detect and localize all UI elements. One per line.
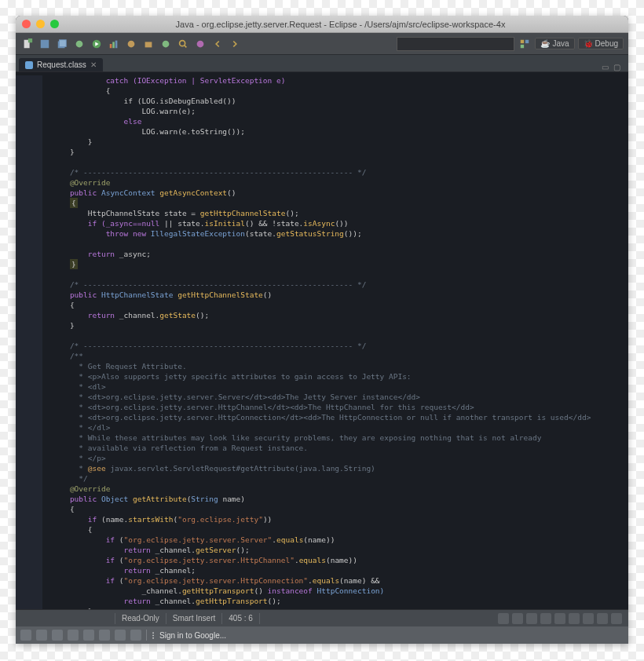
svg-rect-15	[521, 39, 524, 42]
tray-icon[interactable]	[99, 630, 110, 641]
svg-rect-1	[28, 38, 32, 42]
tray-icon[interactable]	[130, 630, 141, 641]
search-toolbar-icon[interactable]	[176, 37, 190, 51]
title-bar: Java - org.eclipse.jetty.server.Request …	[16, 16, 628, 33]
svg-rect-17	[521, 44, 524, 47]
debug-icon[interactable]	[72, 37, 86, 51]
view-icon[interactable]	[569, 613, 580, 624]
maximize-window-button[interactable]	[50, 20, 59, 28]
svg-point-5	[76, 40, 83, 47]
task-icon[interactable]	[193, 37, 207, 51]
svg-point-14	[197, 40, 204, 47]
svg-rect-8	[112, 42, 115, 48]
view-icon[interactable]	[554, 613, 565, 624]
code-editor[interactable]: catch (IOException | ServletException e)…	[16, 72, 628, 609]
view-icon[interactable]	[540, 613, 551, 624]
insert-mode-status: Smart Insert	[173, 614, 215, 623]
close-tab-icon[interactable]: ✕	[90, 60, 97, 69]
window-title: Java - org.eclipse.jetty.server.Request …	[59, 20, 622, 29]
type-icon[interactable]	[159, 37, 173, 51]
coverage-icon[interactable]	[107, 37, 121, 51]
save-all-icon[interactable]	[55, 37, 69, 51]
new-icon[interactable]	[20, 37, 35, 51]
svg-rect-11	[145, 42, 152, 47]
forward-icon[interactable]	[228, 37, 242, 51]
package-icon[interactable]	[141, 37, 156, 51]
debug-perspective-button[interactable]: 🐞Debug	[578, 38, 624, 49]
google-icon[interactable]: ⁝	[152, 630, 155, 641]
status-bar: Read-Only Smart Insert 405 : 6	[16, 609, 628, 626]
main-toolbar: ☕Java 🐞Debug	[16, 33, 628, 55]
file-tab-request[interactable]: Request.class ✕	[19, 58, 103, 71]
tray-icon[interactable]	[36, 630, 47, 641]
java-perspective-button[interactable]: ☕Java	[535, 38, 574, 49]
tray-icon[interactable]	[52, 630, 63, 641]
cursor-position-status: 405 : 6	[229, 614, 253, 623]
tray-icon[interactable]	[115, 630, 126, 641]
svg-point-10	[128, 40, 135, 47]
bottom-bar: ⁝ Sign in to Google...	[16, 626, 628, 644]
view-icon[interactable]	[526, 613, 537, 624]
svg-rect-4	[60, 39, 67, 46]
minimize-view-icon[interactable]: ▭	[602, 63, 609, 71]
quick-access-input[interactable]	[397, 37, 514, 51]
ant-icon[interactable]	[124, 37, 138, 51]
tray-icon[interactable]	[83, 630, 94, 641]
readonly-status: Read-Only	[122, 614, 159, 623]
open-perspective-icon[interactable]	[518, 37, 532, 51]
svg-rect-16	[525, 39, 529, 42]
run-icon[interactable]	[90, 37, 104, 51]
tray-icon[interactable]	[20, 630, 31, 641]
view-icon[interactable]	[611, 613, 622, 624]
minimize-window-button[interactable]	[36, 20, 45, 28]
svg-rect-7	[110, 44, 112, 48]
google-signin-link[interactable]: Sign in to Google...	[159, 631, 226, 640]
source-code: catch (IOException | ServletException e)…	[47, 75, 628, 609]
svg-rect-9	[115, 40, 118, 48]
view-icon[interactable]	[512, 613, 523, 624]
class-file-icon	[25, 61, 33, 69]
save-icon[interactable]	[38, 37, 52, 51]
view-icon[interactable]	[583, 613, 594, 624]
svg-point-12	[163, 40, 170, 47]
close-window-button[interactable]	[22, 20, 31, 28]
view-icon[interactable]	[597, 613, 608, 624]
back-icon[interactable]	[210, 37, 225, 51]
file-tab-label: Request.class	[37, 60, 86, 69]
editor-tab-bar: Request.class ✕ ▭ ▢	[16, 55, 628, 72]
svg-rect-2	[41, 39, 49, 48]
svg-point-13	[180, 40, 185, 46]
maximize-view-icon[interactable]: ▢	[613, 63, 620, 71]
view-icon[interactable]	[498, 613, 509, 624]
tray-icon[interactable]	[68, 630, 79, 641]
